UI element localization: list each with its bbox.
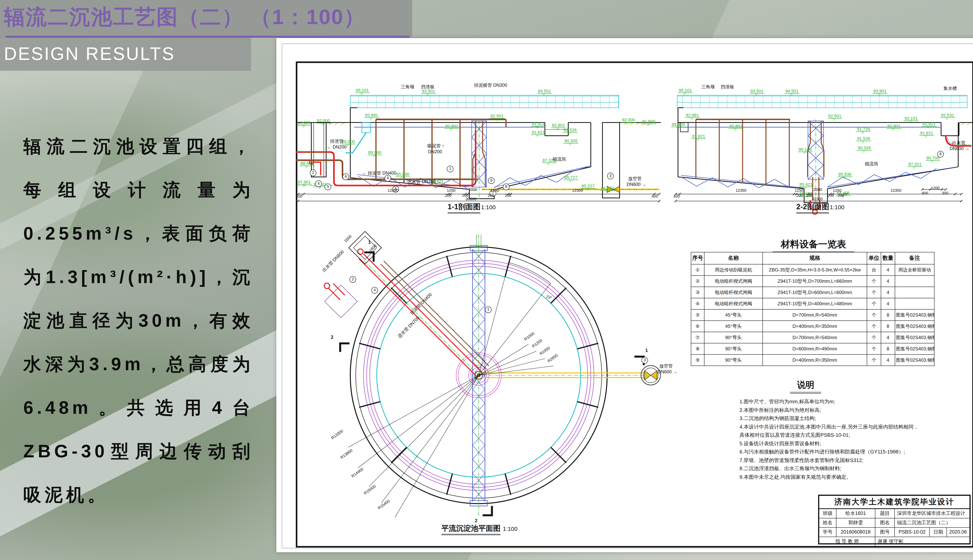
col-header: 名称 [704, 252, 762, 264]
annotation-label: 6 [385, 175, 391, 182]
annotation-label: 93.101 [904, 116, 918, 121]
annotation-label: 85.027 [600, 186, 615, 191]
titleblock-date-label: 日期 [930, 528, 947, 537]
scraper-truss [357, 121, 590, 188]
annotation-label: 91.921 [531, 121, 545, 127]
table-row: ⑦ 90°弯头 D=700mm,R=540mm 个 4 图集号02S403,钢制… [691, 332, 934, 343]
annotation-label: 4 [371, 287, 378, 293]
cell-spec: ZBG-35型,D=35m,H=3.0-5.0m,W=0.55×2kw [762, 264, 867, 275]
col-header: 序号 [691, 252, 704, 264]
cell-spec: Z941T-10型号,D=700mm,L=660mm [762, 275, 867, 287]
page-subtitle: DESIGN RESULTS [4, 43, 175, 64]
outlet-well [349, 232, 381, 264]
annotation-label: 1 [447, 166, 453, 172]
pipe-centerlines [816, 119, 971, 213]
titleblock-no-label: 图号 [875, 528, 895, 537]
note-item: 4.本设计中共设计四座沉淀池,本图中只画出一座,另外三座与此座内部结构相同，具体… [739, 423, 923, 439]
annotation-label: 91.621 [919, 131, 934, 136]
slide-page: 95.10193.50194.50192.68192.50192.80192.8… [0, 0, 973, 560]
annotation-label: 90.326 [563, 138, 578, 143]
annotation-label: 93.501 [750, 89, 764, 94]
center-lines [361, 235, 658, 516]
cell-qty: 4 [881, 298, 895, 309]
annotation-label: 85.421 [799, 182, 813, 187]
annotation-label: 91.621 [691, 134, 706, 139]
annotation-label: 88.401 [300, 161, 314, 166]
annotation-label: 91.726 [856, 127, 871, 132]
table-row: ⑤ 45°弯头 D=700mm,R=540mm 个 8 图集号02S403,钢制… [691, 309, 934, 321]
annotation-label: 排泥横管 DN300 [474, 82, 507, 88]
annotation-label: 91.526 [856, 136, 871, 141]
titleblock-name-value: 郭静雯 [836, 518, 875, 527]
water-line [354, 127, 567, 130]
cell-name: 45°弯头 [704, 309, 762, 321]
cell-name: 90°弯头 [704, 343, 762, 355]
cell-qty: 4 [881, 275, 895, 287]
annotation-label: 200 [445, 193, 451, 198]
annotation-label: 排渣管 [330, 138, 343, 144]
cell-remark: 图集号02S403,钢制焊接 [895, 321, 934, 332]
annotation-label: DN600 → [658, 370, 677, 374]
annotation-label: 92.501 [490, 113, 504, 118]
page-title: 辐流二沉池工艺图（二） （1：100） [4, 3, 366, 32]
cell-unit: 个 [867, 332, 881, 343]
annotation-label: 92.681 [685, 113, 700, 118]
annotation-label: 2000 [813, 187, 822, 192]
table-row: ⑥ 45°弯头 D=400mm,R=350mm 个 8 图集号02S403,钢制… [691, 321, 934, 332]
annotation-label: 94.501 [785, 89, 799, 94]
annotation-label: 85.836 [838, 172, 852, 177]
annotation-label: 1250 [490, 188, 499, 192]
annotation-label: 400 [922, 191, 928, 195]
title-block: 济南大学土木建筑学院毕业设计 班级 给水1601 题目 深圳市龙华区城市排水工程… [818, 495, 971, 545]
cell-remark: 图集号02S403,钢制焊接 [895, 355, 934, 366]
note-item: 9.本图中未尽之处,均按国家有关规范与要求确定。 [739, 473, 923, 481]
annotation-label: 挡渣板 [721, 84, 734, 90]
cell-name: 电动暗杆楔式闸阀 [704, 298, 762, 309]
cell-remark: 图集号02S403,钢制焊接 [895, 343, 934, 355]
plan-caption: 平流沉淀池平面图 [441, 523, 500, 535]
cell-qty: 8 [881, 343, 895, 355]
annotation-label: 1250 [833, 188, 842, 192]
cell-unit: 个 [867, 355, 881, 366]
cell-qty: 4 [881, 287, 895, 298]
annotation-label: 12350 [891, 188, 901, 192]
annotation-label: 稳流筒 [865, 161, 878, 167]
scum-well [324, 283, 357, 318]
cell-remark [895, 287, 934, 298]
annotation-label: 1250 [795, 188, 804, 192]
cell-spec: D=700mm,R=540mm [762, 332, 867, 343]
annotation-label: 91.800 [641, 119, 656, 124]
description-paragraph: 辐流二沉池设置四组，每组设计流量为0.255m³/s，表面负荷为1.3[m³/(… [23, 125, 254, 517]
annotation-label: 2 [310, 170, 316, 176]
cell-name: 周边传动刮吸泥机 [704, 264, 762, 275]
annotation-label: 6 [343, 173, 349, 180]
annotation-label: 400 [296, 194, 302, 198]
titleblock-no-value: PSBS-10-02 [895, 528, 930, 537]
annotation-label: 87.901 [297, 180, 311, 185]
cell-remark: 图集号02S403,钢制焊接 [895, 332, 934, 343]
note-item: 2.本图中所标注的标高均为绝对标高; [739, 406, 923, 414]
annotation-label: 95.101 [678, 88, 692, 93]
cell-no: ④ [691, 298, 704, 309]
annotation-label: 92.531 [940, 113, 955, 118]
cell-name: 45°弯头 [704, 321, 762, 332]
titleblock-class-label: 班级 [819, 509, 836, 518]
annotation-label: 12350 [388, 188, 398, 192]
annotation-label: 2000 [468, 187, 477, 192]
annotation-label: 300 [942, 191, 948, 195]
titleblock-drawing-label: 图名 [875, 518, 895, 527]
annotation-label: 92.801 [551, 123, 566, 128]
annotation-label: 91.526 [563, 128, 577, 133]
annotation-label: 85.227 [581, 183, 595, 188]
annotation-label: 91.800 [297, 120, 311, 126]
annotation-label: 12350 [572, 188, 583, 192]
annotation-label: 放空管 [628, 176, 642, 182]
cell-no: ⑥ [691, 321, 704, 332]
cell-unit: 个 [867, 343, 881, 355]
annotation-label: 3 [641, 357, 648, 363]
note-item: 6.与污水相接触的设备管件计配件均进行除锈和防腐处理（GY115-1998）; [739, 448, 923, 456]
walkway-grid [677, 95, 967, 108]
table-row: ② 电动暗杆楔式闸阀 Z941T-10型号,D=700mm,L=660mm 个 … [691, 275, 934, 287]
annotation-label: 92.000 [316, 118, 331, 123]
titleblock-sid-value: 20160608018 [836, 528, 875, 537]
